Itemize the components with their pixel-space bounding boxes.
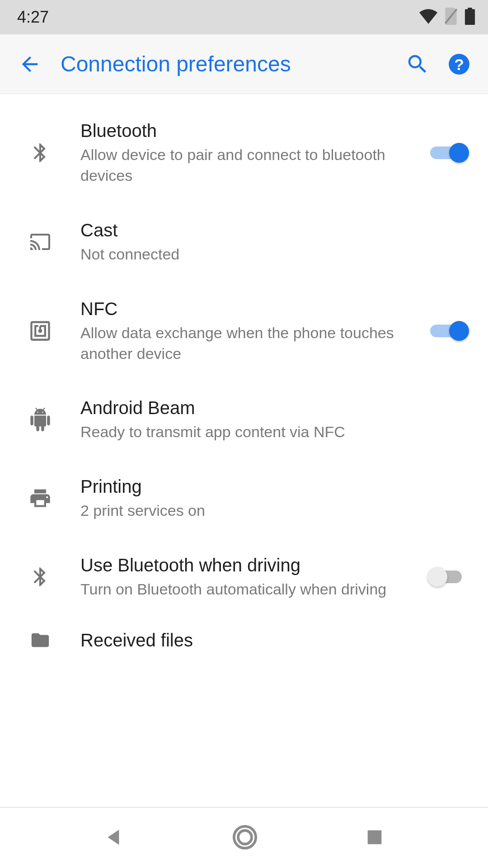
page-title: Connection preferences bbox=[61, 52, 397, 76]
android-icon bbox=[0, 406, 80, 433]
row-bluetooth[interactable]: Bluetooth Allow device to pair and conne… bbox=[0, 103, 488, 203]
help-button[interactable]: ? bbox=[438, 43, 480, 85]
settings-list: Bluetooth Allow device to pair and conne… bbox=[0, 94, 488, 664]
row-nfc[interactable]: NFC Allow data exchange when the phone t… bbox=[0, 281, 488, 381]
bt-driving-toggle[interactable] bbox=[430, 567, 466, 587]
status-bar: 4:27 bbox=[0, 0, 488, 34]
cast-icon bbox=[0, 231, 80, 253]
row-android-beam[interactable]: Android Beam Ready to transmit app conte… bbox=[0, 380, 488, 459]
nfc-icon bbox=[0, 319, 80, 343]
svg-rect-5 bbox=[368, 830, 382, 844]
status-icons bbox=[419, 8, 475, 27]
bt-driving-title: Use Bluetooth when driving bbox=[80, 554, 416, 576]
received-title: Received files bbox=[80, 629, 470, 651]
printing-title: Printing bbox=[80, 475, 470, 498]
nfc-sub: Allow data exchange when the phone touch… bbox=[80, 323, 416, 364]
cast-title: Cast bbox=[80, 219, 470, 241]
row-bluetooth-driving[interactable]: Use Bluetooth when driving Turn on Bluet… bbox=[0, 538, 488, 616]
nfc-toggle[interactable] bbox=[430, 321, 466, 341]
battery-icon bbox=[465, 8, 475, 27]
folder-icon bbox=[0, 630, 80, 651]
nav-back-button[interactable] bbox=[103, 826, 126, 850]
cast-sub: Not connected bbox=[80, 244, 470, 265]
wifi-icon bbox=[419, 9, 437, 26]
nav-home-button[interactable] bbox=[232, 824, 258, 852]
print-icon bbox=[0, 486, 80, 510]
no-sim-icon bbox=[444, 8, 458, 27]
beam-sub: Ready to transmit app content via NFC bbox=[80, 422, 470, 443]
bluetooth-icon bbox=[0, 563, 80, 590]
nfc-title: NFC bbox=[80, 297, 416, 320]
bt-driving-sub: Turn on Bluetooth automatically when dri… bbox=[80, 579, 416, 600]
row-cast[interactable]: Cast Not connected bbox=[0, 203, 488, 281]
row-received-files[interactable]: Received files bbox=[0, 616, 488, 664]
row-printing[interactable]: Printing 2 print services on bbox=[0, 459, 488, 538]
system-nav-bar bbox=[0, 807, 488, 868]
status-time: 4:27 bbox=[17, 8, 49, 27]
svg-text:?: ? bbox=[454, 55, 464, 73]
beam-title: Android Beam bbox=[80, 396, 470, 419]
back-button[interactable] bbox=[8, 42, 52, 86]
bluetooth-sub: Allow device to pair and connect to blue… bbox=[80, 145, 416, 186]
app-bar: Connection preferences ? bbox=[0, 34, 488, 94]
svg-point-4 bbox=[238, 830, 252, 844]
nav-recents-button[interactable] bbox=[364, 827, 385, 849]
bluetooth-title: Bluetooth bbox=[80, 119, 416, 142]
search-button[interactable] bbox=[397, 43, 438, 85]
printing-sub: 2 print services on bbox=[80, 500, 470, 521]
bluetooth-icon bbox=[0, 139, 80, 166]
bluetooth-toggle[interactable] bbox=[430, 143, 466, 163]
